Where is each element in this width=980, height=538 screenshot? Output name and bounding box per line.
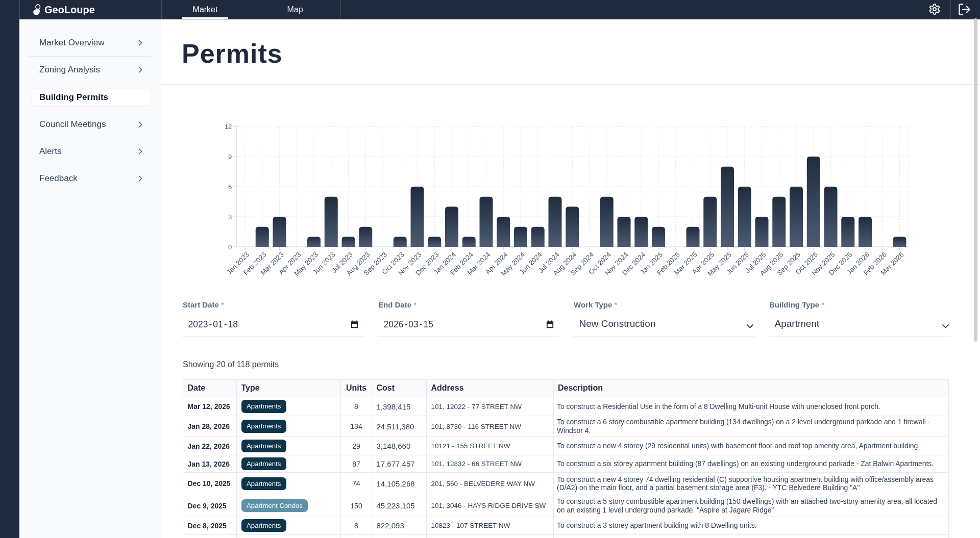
svg-text:6: 6	[228, 183, 232, 191]
svg-text:12: 12	[225, 123, 232, 131]
svg-text:9: 9	[228, 153, 232, 161]
svg-text:3: 3	[228, 213, 232, 221]
svg-text:0: 0	[228, 243, 232, 251]
